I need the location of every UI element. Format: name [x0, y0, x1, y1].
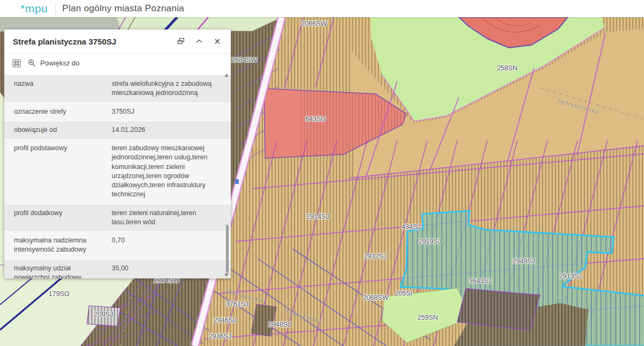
field-label: oznaczenie strefy	[4, 103, 107, 121]
popup-title: Strefa planistyczna 3750SJ	[13, 37, 172, 46]
field-label: profil dodatkowy	[4, 204, 107, 232]
field-value: strefa wielofunkcyjna z zabudową mieszka…	[107, 75, 231, 102]
table-row: profil podstawowy teren zabudowy mieszka…	[4, 139, 231, 204]
scrollbar-down-arrow[interactable]	[224, 274, 229, 277]
table-row: oznaczenie strefy 3750SJ	[4, 103, 231, 121]
popup-toolbar: Powiększ do	[4, 53, 231, 72]
table-row: obowiązuje od 14.01.2026	[4, 121, 231, 139]
field-label: obowiązuje od	[4, 121, 107, 139]
table-row: maksymalna nadziemna intensywność zabudo…	[4, 232, 231, 259]
table-row: nazwa strefa wielofunkcyjna z zabudową m…	[4, 75, 231, 102]
mpu-logo: *mpu	[20, 2, 48, 15]
popup-header: Strefa planistyczna 3750SJ ✕	[4, 30, 231, 53]
field-value: teren zieleni naturalnej,teren lasu,tere…	[107, 204, 231, 232]
table-row: maksymalny udział powierzchni zabudowy 3…	[4, 260, 231, 279]
app-header: *mpu Plan ogólny miasta Poznania	[0, 0, 644, 17]
dock-icon[interactable]	[172, 32, 190, 50]
table-row: profil dodatkowy teren zieleni naturalne…	[4, 204, 231, 232]
close-icon[interactable]: ✕	[208, 32, 226, 50]
field-label: maksymalny udział powierzchni zabudowy	[4, 260, 107, 279]
features-grid-icon[interactable]	[9, 55, 25, 71]
page-title: Plan ogólny miasta Poznania	[62, 3, 184, 14]
field-value: 0,70	[107, 232, 231, 259]
feature-popup: Strefa planistyczna 3750SJ ✕	[4, 30, 231, 278]
attribute-table: nazwa strefa wielofunkcyjna z zabudową m…	[4, 72, 231, 278]
zoom-to-icon	[28, 59, 36, 67]
scrollbar-up-arrow[interactable]	[224, 73, 229, 77]
field-value: 35,00	[107, 260, 231, 279]
app-window: 2066SW 2684SW 258SN 643SU 2914SJ 434SJ 2…	[0, 0, 644, 346]
field-value: 3750SJ	[107, 103, 231, 121]
field-value: teren zabudowy mieszkaniowej jednorodzin…	[107, 139, 231, 204]
scrollbar-thumb[interactable]	[226, 225, 229, 273]
field-label: maksymalna nadziemna intensywność zabudo…	[4, 232, 107, 259]
collapse-icon[interactable]	[190, 32, 208, 50]
field-label: nazwa	[4, 75, 107, 102]
header-divider	[55, 3, 56, 14]
field-label: profil podstawowy	[4, 139, 107, 204]
zoom-to-label: Powiększ do	[40, 59, 79, 67]
zoom-to-button[interactable]: Powiększ do	[28, 59, 79, 67]
field-value: 14.01.2026	[107, 121, 231, 139]
